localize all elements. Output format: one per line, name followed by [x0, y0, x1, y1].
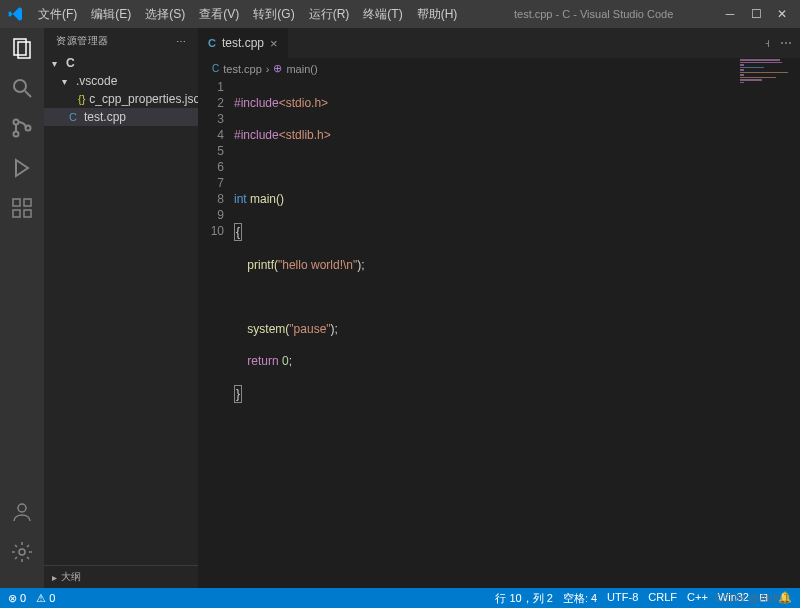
tab-label: test.cpp — [222, 36, 264, 50]
menu-terminal[interactable]: 终端(T) — [357, 4, 408, 25]
outline-label: 大纲 — [61, 570, 81, 584]
folder-label: .vscode — [76, 74, 117, 88]
search-icon[interactable] — [10, 76, 34, 100]
extensions-icon[interactable] — [10, 196, 34, 220]
encoding[interactable]: UTF-8 — [607, 591, 638, 606]
run-icon[interactable] — [10, 156, 34, 180]
svg-point-11 — [18, 504, 26, 512]
crumb-file: test.cpp — [223, 63, 262, 75]
menu-select[interactable]: 选择(S) — [139, 4, 191, 25]
menu-goto[interactable]: 转到(G) — [247, 4, 300, 25]
tab-test[interactable]: C test.cpp × — [198, 28, 289, 58]
chevron-right-icon: › — [266, 63, 270, 75]
menubar: 文件(F) 编辑(E) 选择(S) 查看(V) 转到(G) 运行(R) 终端(T… — [32, 4, 463, 25]
menu-edit[interactable]: 编辑(E) — [85, 4, 137, 25]
eol[interactable]: CRLF — [648, 591, 677, 606]
svg-rect-9 — [24, 210, 31, 217]
svg-rect-7 — [13, 199, 20, 206]
cpp-icon: C — [66, 111, 80, 123]
svg-line-3 — [25, 91, 31, 97]
watermark: CSDN @AbKIT — [714, 592, 790, 604]
line-numbers: 12345678910 — [198, 79, 234, 588]
file-label: c_cpp_properties.json — [89, 92, 206, 106]
spaces[interactable]: 空格: 4 — [563, 591, 597, 606]
crumb-symbol: main() — [286, 63, 317, 75]
svg-rect-10 — [24, 199, 31, 206]
more-icon[interactable]: ⋯ — [780, 36, 792, 50]
cpp-icon: C — [212, 63, 219, 74]
status-bar: ⊗ 0 ⚠ 0 行 10，列 2 空格: 4 UTF-8 CRLF C++ Wi… — [0, 588, 800, 608]
menu-view[interactable]: 查看(V) — [193, 4, 245, 25]
chevron-down-icon: ▾ — [62, 76, 72, 87]
vscode-logo-icon — [8, 6, 24, 22]
more-icon[interactable]: ⋯ — [176, 36, 187, 47]
gear-icon[interactable] — [10, 540, 34, 564]
folder-label: C — [66, 56, 75, 70]
file-properties[interactable]: {} c_cpp_properties.json — [44, 90, 198, 108]
language[interactable]: C++ — [687, 591, 708, 606]
chevron-down-icon: ▾ — [52, 58, 62, 69]
folder-vscode[interactable]: ▾ .vscode — [44, 72, 198, 90]
split-icon[interactable]: ⫞ — [764, 36, 770, 50]
menu-run[interactable]: 运行(R) — [303, 4, 356, 25]
cursor-pos[interactable]: 行 10，列 2 — [495, 591, 552, 606]
minimize-button[interactable]: ─ — [724, 8, 736, 20]
file-test[interactable]: C test.cpp — [44, 108, 198, 126]
svg-point-4 — [14, 120, 19, 125]
svg-rect-8 — [13, 210, 20, 217]
menu-file[interactable]: 文件(F) — [32, 4, 83, 25]
svg-point-12 — [19, 549, 25, 555]
chevron-right-icon: ▸ — [52, 572, 57, 583]
method-icon: ⊕ — [273, 62, 282, 75]
activity-bar — [0, 28, 44, 588]
close-icon[interactable]: × — [270, 36, 278, 51]
account-icon[interactable] — [10, 500, 34, 524]
folder-root[interactable]: ▾ C — [44, 54, 198, 72]
file-label: test.cpp — [84, 110, 126, 124]
json-icon: {} — [78, 93, 85, 105]
window-title: test.cpp - C - Visual Studio Code — [463, 8, 724, 20]
warnings[interactable]: ⚠ 0 — [36, 592, 55, 605]
outline-section[interactable]: ▸ 大纲 — [44, 565, 198, 588]
close-button[interactable]: ✕ — [776, 8, 788, 20]
sidebar-title: 资源管理器 — [56, 34, 109, 48]
explorer-icon[interactable] — [10, 36, 34, 60]
code-content[interactable]: #include<stdio.h> #include<stdlib.h> int… — [234, 79, 800, 588]
sidebar: 资源管理器 ⋯ ▾ C ▾ .vscode {} c_cpp_propertie… — [44, 28, 198, 588]
source-control-icon[interactable] — [10, 116, 34, 140]
cpp-icon: C — [208, 37, 216, 49]
svg-point-2 — [14, 80, 26, 92]
minimap[interactable] — [736, 58, 798, 138]
errors[interactable]: ⊗ 0 — [8, 592, 26, 605]
editor[interactable]: 12345678910 #include<stdio.h> #include<s… — [198, 79, 800, 588]
breadcrumb[interactable]: C test.cpp › ⊕ main() — [198, 58, 800, 79]
svg-point-5 — [14, 132, 19, 137]
menu-help[interactable]: 帮助(H) — [411, 4, 464, 25]
maximize-button[interactable]: ☐ — [750, 8, 762, 20]
